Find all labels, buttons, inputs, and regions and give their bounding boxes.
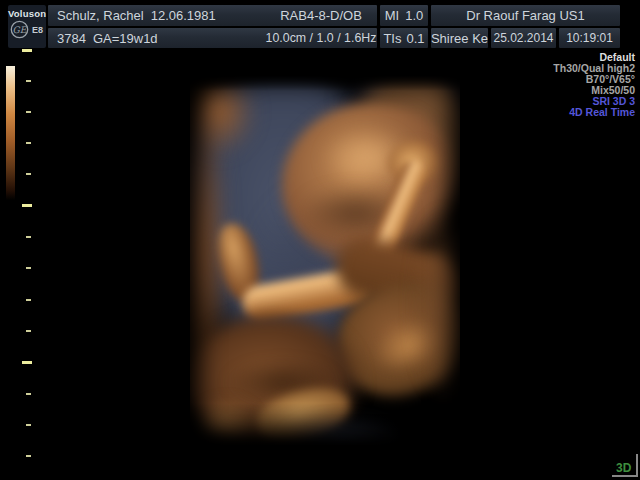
- mi-cell: MI 1.0: [380, 5, 428, 26]
- probe-name: RAB4-8-D/OB: [280, 8, 362, 23]
- depth-frequency-cell: 10.0cm / 1.0 / 1.6Hz: [265, 28, 377, 48]
- render-settings: Default Th30/Qual high2 B70°/V65° Mix50/…: [553, 52, 635, 118]
- 3d-orientation-marker: 3D: [612, 452, 638, 477]
- setting-mode: 4D Real Time: [553, 107, 635, 118]
- ruler-minor-tick: [26, 236, 31, 238]
- ruler-minor-tick: [26, 173, 31, 175]
- ruler-minor-tick: [26, 393, 31, 395]
- ruler-minor-tick: [26, 80, 31, 82]
- ruler-minor-tick: [26, 142, 31, 144]
- physician-name: Dr Raouf Farag US1: [466, 8, 585, 23]
- ultrasound-screen: Voluson GE E8 Schulz, Rachel 12.06.1981 …: [0, 0, 640, 480]
- marker-frame-line: [612, 475, 638, 477]
- tis-cell: TIs 0.1: [380, 28, 428, 48]
- operator-cell: Shiree Ke: [431, 28, 488, 48]
- marker-frame-line: [636, 454, 638, 476]
- ruler-major-tick: [22, 204, 32, 207]
- mi-value: 1.0: [405, 8, 423, 23]
- exam-time-cell: 10:19:01: [559, 28, 620, 48]
- exam-date-cell: 25.02.2014: [491, 28, 556, 48]
- operator-name: Shiree Ke: [431, 31, 488, 46]
- brand-model: E8: [32, 25, 43, 35]
- ruler-minor-tick: [26, 455, 31, 457]
- ruler-major-tick: [22, 361, 32, 364]
- 3d-mode-label: 3D: [616, 461, 631, 475]
- gestational-age: GA=19w1d: [93, 31, 158, 46]
- brand-panel: Voluson GE E8: [8, 5, 46, 48]
- patient-name-cell: Schulz, Rachel 12.06.1981: [48, 5, 271, 26]
- ruler-major-tick: [22, 49, 32, 52]
- svg-text:GE: GE: [13, 25, 28, 35]
- physician-cell: Dr Raouf Farag US1: [431, 5, 620, 26]
- tis-value: 0.1: [406, 31, 424, 46]
- exam-date: 25.02.2014: [493, 31, 553, 45]
- ge-logo-icon: GE: [10, 20, 29, 39]
- ultrasound-render: [190, 75, 460, 453]
- ruler-minor-tick: [26, 267, 31, 269]
- patient-dob: 12.06.1981: [151, 8, 216, 23]
- patient-name: Schulz, Rachel: [57, 8, 144, 23]
- brand-name: Voluson: [8, 8, 46, 19]
- depth-frequency: 10.0cm / 1.0 / 1.6Hz: [266, 31, 377, 45]
- tis-label: TIs: [383, 31, 401, 46]
- ruler-minor-tick: [26, 111, 31, 113]
- render-colormap-bar: [6, 66, 15, 200]
- exam-time: 10:19:01: [566, 31, 613, 45]
- ruler-minor-tick: [26, 299, 31, 301]
- mi-label: MI: [385, 8, 399, 23]
- patient-id: 3784: [57, 31, 86, 46]
- probe-cell: RAB4-8-D/OB: [265, 5, 377, 26]
- ruler-minor-tick: [26, 424, 31, 426]
- ruler-minor-tick: [26, 330, 31, 332]
- patient-id-cell: 3784 GA=19w1d: [48, 28, 271, 48]
